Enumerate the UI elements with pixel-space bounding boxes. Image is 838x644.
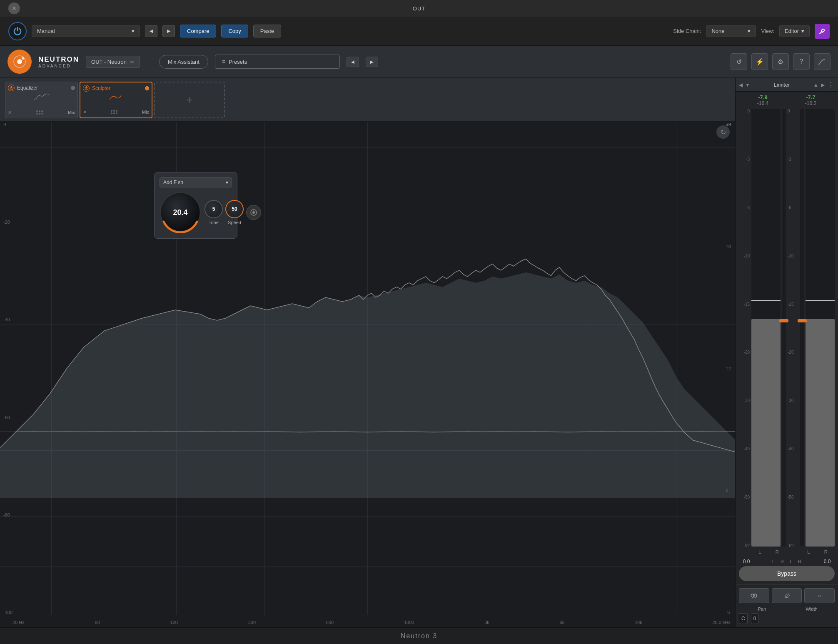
- equalizer-icon: [33, 91, 50, 103]
- link-channels-button[interactable]: [739, 588, 769, 603]
- close-button[interactable]: ✕: [8, 2, 20, 14]
- bottom-title: Neutron 3: [401, 632, 437, 640]
- meter-scale-left: 0 -3 -6 -10 -15 -20 -30 -40 -50 -Inf: [739, 109, 750, 556]
- db-label: -60: [3, 415, 12, 420]
- limiter-left-arrow[interactable]: ◀: [739, 82, 743, 88]
- svg-point-2: [22, 57, 24, 60]
- right-meter-bottom: -16.2: [805, 100, 816, 106]
- sculptor-label: Sculptor: [92, 85, 142, 91]
- presets-button[interactable]: ≡ Presets: [215, 55, 340, 69]
- brush-button[interactable]: [814, 53, 831, 70]
- left-fader-track[interactable]: [782, 109, 786, 547]
- compare-button[interactable]: Compare: [180, 25, 216, 37]
- scale-r--3: -3: [788, 157, 791, 162]
- window-title: OUT: [413, 5, 425, 12]
- settings-button[interactable]: ⚙: [772, 53, 789, 70]
- edit-icon: ✏: [130, 59, 135, 65]
- svg-point-7: [252, 211, 255, 214]
- left-channel-meters: L R: [751, 109, 786, 556]
- scale--10: -10: [744, 254, 750, 258]
- pan-label: Pan: [739, 607, 785, 612]
- plugin-header: NEUTRON ADVANCED OUT - Neutron ✏ Mix Ass…: [0, 46, 838, 78]
- link-button[interactable]: [815, 24, 830, 39]
- right-l-label: L: [807, 549, 810, 554]
- view-dropdown[interactable]: Editor ▾: [779, 25, 810, 37]
- left-meter-bottom: -16.4: [757, 100, 768, 106]
- freq-label: 1000: [404, 620, 414, 625]
- right-r-meter-bg: [806, 109, 835, 547]
- history-button[interactable]: ↺: [731, 53, 747, 70]
- mix-assistant-button[interactable]: Mix Assistant: [159, 55, 208, 69]
- limiter-up-arrow[interactable]: ▲: [813, 82, 818, 88]
- chevron-down-icon: ▾: [801, 28, 804, 34]
- left-l-meter-fill: [751, 319, 781, 547]
- minimize-button[interactable]: —: [824, 5, 830, 12]
- pan-width-labels: Pan Width: [739, 607, 835, 612]
- limiter-menu-icon[interactable]: ⋮: [827, 80, 835, 90]
- freq-label: 60: [95, 620, 100, 625]
- limiter-icons-row: ∅ ↔: [739, 588, 835, 603]
- phase-icon: ∅: [784, 592, 789, 599]
- sculptor-module[interactable]: ⏻ Sculptor ✕ Mix: [80, 82, 152, 118]
- scale--15: -15: [744, 302, 750, 307]
- phase-button[interactable]: ∅: [772, 588, 802, 603]
- speed-label: Speed: [228, 220, 241, 225]
- db-label: -20: [3, 220, 12, 225]
- help-button[interactable]: ?: [793, 53, 810, 70]
- add-module-button[interactable]: +: [154, 82, 225, 118]
- freq-label: 3k: [484, 620, 489, 625]
- limiter-right-arrow[interactable]: ▶: [821, 82, 825, 88]
- paste-button[interactable]: Paste: [253, 25, 281, 37]
- lr-center-labels: L R L R: [754, 559, 820, 564]
- next-button[interactable]: ▶: [162, 25, 175, 37]
- sculptor-close-icon[interactable]: ✕: [83, 110, 87, 115]
- prev-button[interactable]: ◀: [145, 25, 157, 37]
- sidechain-label: Side Chain:: [673, 28, 701, 34]
- left-meter-values: -7.9 -16.4: [757, 94, 768, 106]
- pan-value[interactable]: C: [739, 613, 748, 624]
- right-fader-track[interactable]: [800, 109, 804, 547]
- sync-button[interactable]: [246, 205, 261, 220]
- module-close-icon[interactable]: ✕: [8, 110, 12, 115]
- width-value[interactable]: 0: [751, 613, 759, 624]
- db-labels-left: B -20 -40 -60 -80 -100: [3, 122, 12, 615]
- right-fader-handle[interactable]: [798, 319, 807, 322]
- track-name-box[interactable]: OUT - Neutron ✏: [86, 56, 140, 68]
- copy-button[interactable]: Copy: [221, 25, 248, 37]
- v-grid-line: [103, 122, 103, 615]
- freq-label: 20 Hz: [12, 620, 25, 625]
- preset-prev-button[interactable]: ◀: [347, 57, 359, 67]
- tone-knob-wrap: 5 Tone: [205, 200, 223, 225]
- svg-point-0: [17, 59, 22, 64]
- freq-label: 600: [326, 620, 334, 625]
- db-label: 6: [726, 488, 731, 493]
- equalizer-module[interactable]: ⏻ Equalizer ✕ Mix: [5, 82, 78, 118]
- limiter-down-arrow[interactable]: ▼: [745, 82, 750, 88]
- refresh-button[interactable]: ↻: [716, 125, 730, 139]
- preset-next-button[interactable]: ▶: [366, 57, 378, 67]
- bypass-button[interactable]: Bypass: [739, 566, 835, 581]
- sculptor-power-icon[interactable]: ⏻: [83, 85, 90, 92]
- lightning-button[interactable]: ⚡: [751, 53, 768, 70]
- scale-r--10: -10: [788, 254, 793, 258]
- speed-knob[interactable]: 50: [225, 200, 244, 218]
- meter-container: 0 -3 -6 -10 -15 -20 -30 -40 -50 -Inf: [736, 107, 838, 558]
- preset-dropdown[interactable]: Manual: [32, 25, 140, 37]
- module-power-icon[interactable]: ⏻: [8, 85, 15, 91]
- tone-knob[interactable]: 5: [205, 200, 223, 218]
- left-r-label: R: [776, 549, 779, 554]
- sculptor-mode-dropdown[interactable]: Add F sh ▾: [160, 177, 232, 187]
- db-label: 12: [726, 366, 731, 371]
- sculptor-main-knob[interactable]: 20.4: [160, 192, 201, 233]
- sculptor-icon: [108, 92, 125, 103]
- stereo-width-button[interactable]: ↔: [804, 588, 835, 603]
- scale-r-0: 0: [788, 109, 790, 113]
- sidechain-dropdown[interactable]: None ▾: [706, 25, 756, 37]
- scale--inf: -Inf: [744, 543, 750, 548]
- db-label: -100: [3, 610, 12, 615]
- v-grid-line: [478, 122, 478, 615]
- scale-r--20: -20: [788, 350, 793, 354]
- left-fader-handle[interactable]: [779, 319, 788, 322]
- power-button[interactable]: [8, 22, 27, 40]
- module-drag-handle: [36, 110, 43, 115]
